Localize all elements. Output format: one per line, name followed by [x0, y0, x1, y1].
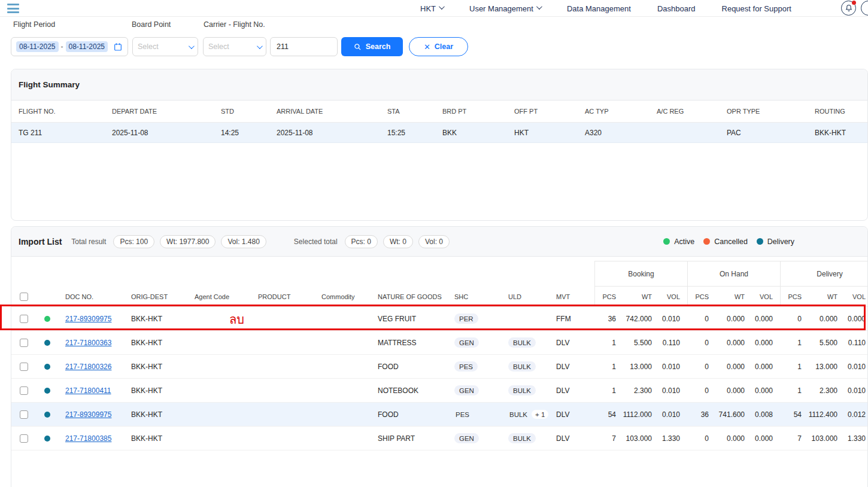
- notification-badge: [852, 1, 856, 5]
- flight-summary-title: Flight Summary: [19, 80, 80, 89]
- delivery-vol-value: 0.010: [845, 386, 868, 395]
- page: { "colors": { "primary": "#1677ff", "act…: [0, 0, 868, 487]
- shc-badge: GEN: [454, 433, 479, 443]
- ac-typ-value: A320: [578, 123, 650, 142]
- column-header-row: DOC NO. ORIG-DEST Agent Code PRODUCT Com…: [11, 287, 867, 307]
- booking-vol-value: 0.010: [659, 315, 687, 323]
- nature-of-goods-value: VEG FRUIT: [371, 315, 450, 323]
- delivery-wt-value: 103.000: [809, 434, 845, 443]
- onhand-pcs-value: 0: [687, 315, 716, 323]
- booking-vol-value: 0.010: [659, 410, 687, 419]
- delivery-wt-value: 0.000: [809, 315, 845, 323]
- flight-summary-body: TG 211 2025-11-08 14:25 2025-11-08 15:25…: [11, 123, 867, 143]
- onhand-wt-value: 0.000: [716, 434, 752, 443]
- date-start-value: 08-11-2025: [16, 41, 59, 52]
- magnifier-icon: [354, 43, 362, 51]
- row-checkbox[interactable]: [20, 315, 28, 323]
- doc-no-link[interactable]: 217-71800385: [65, 434, 111, 443]
- col-onhand-wt: WT: [716, 293, 752, 300]
- row-checkbox[interactable]: [20, 339, 28, 347]
- arrival-date-value: 2025-11-08: [269, 123, 380, 142]
- nav-item-label: Request for Support: [722, 4, 791, 13]
- delivery-vol-value: 0.110: [845, 339, 868, 347]
- nav-item-label: Dashboard: [657, 4, 696, 13]
- calendar-icon[interactable]: [113, 42, 123, 51]
- nature-of-goods-value: MATTRESS: [371, 339, 450, 347]
- chevron-down-icon: [257, 43, 263, 49]
- flight-period-input[interactable]: 08-11-2025 - 08-11-2025: [11, 37, 128, 56]
- mvt-value: DLV: [551, 386, 594, 395]
- flight-summary-row[interactable]: TG 211 2025-11-08 14:25 2025-11-08 15:25…: [11, 123, 867, 143]
- col-onhand-vol: VOL: [752, 293, 780, 300]
- row-status-dot: [44, 316, 50, 322]
- shc-badge: GEN: [454, 385, 479, 395]
- orig-dest-value: BKK-HKT: [124, 434, 187, 443]
- notifications-button[interactable]: [841, 1, 856, 16]
- delivery-pcs-value: 54: [780, 410, 809, 419]
- onhand-wt-value: 0.000: [716, 363, 752, 371]
- nav-item[interactable]: Dashboard: [657, 4, 696, 13]
- onhand-pcs-value: 0: [687, 339, 716, 347]
- nav-item[interactable]: HKT: [420, 4, 443, 13]
- booking-vol-value: 0.010: [659, 363, 687, 371]
- nav-item[interactable]: Request for Support: [722, 4, 791, 13]
- nav-item[interactable]: User Management: [469, 4, 541, 13]
- shc-badge: PES: [454, 361, 478, 372]
- row-checkbox[interactable]: [20, 363, 28, 371]
- booking-pcs-value: 1: [594, 363, 623, 371]
- doc-no-link[interactable]: 217-71800411: [65, 386, 111, 395]
- shc-badge: PER: [454, 313, 478, 324]
- booking-pcs-value: 54: [594, 410, 623, 419]
- delivery-vol-value: 0.000: [845, 315, 868, 323]
- delivery-vol-value: 1.330: [845, 434, 868, 443]
- clear-button-label: Clear: [435, 42, 453, 51]
- uld-badge: BULK: [508, 337, 536, 348]
- col-booking-vol: VOL: [659, 293, 687, 300]
- carrier-select[interactable]: Select: [203, 37, 266, 56]
- import-row: 217-89309975 BKK-HKT FOOD PES BULK + 1 D…: [11, 403, 867, 427]
- col-shc: SHC: [450, 293, 503, 300]
- carrier-placeholder: Select: [208, 42, 229, 51]
- brd-pt-value: BKK: [435, 123, 507, 142]
- selected-pcs-chip: Pcs: 0: [345, 235, 378, 248]
- col-off-pt: OFF PT: [507, 101, 578, 122]
- shc-badge: PES: [454, 409, 471, 419]
- orig-dest-value: BKK-HKT: [124, 339, 187, 347]
- row-checkbox[interactable]: [20, 386, 28, 395]
- select-all-checkbox[interactable]: [20, 293, 28, 301]
- import-row: 217-89309975 BKK-HKT VEG FRUIT PER FFM 3…: [11, 307, 867, 331]
- nav-item[interactable]: Data Management: [567, 4, 631, 13]
- user-avatar-button[interactable]: [861, 1, 868, 16]
- legend-dot: [703, 238, 710, 245]
- uld-badge: BULK: [508, 385, 536, 395]
- top-nav: HKT User Management Data Management Dash…: [0, 0, 868, 17]
- status-legend: Active Cancelled Delivery: [663, 238, 794, 246]
- delivery-pcs-value: 7: [780, 434, 809, 443]
- delivery-vol-value: 0.010: [845, 363, 868, 371]
- board-point-select[interactable]: Select: [132, 37, 198, 56]
- doc-no-link[interactable]: 217-71800326: [65, 363, 111, 371]
- col-opr-type: OPR TYPE: [720, 101, 808, 122]
- opr-type-value: PAC: [720, 123, 808, 142]
- doc-no-link[interactable]: 217-89309975: [65, 410, 111, 419]
- shc-badge: GEN: [454, 337, 479, 348]
- legend-label: Delivery: [767, 238, 794, 246]
- col-sta: STA: [380, 101, 435, 122]
- onhand-vol-value: 0.000: [752, 339, 780, 347]
- flight-no-input[interactable]: [270, 37, 338, 56]
- booking-vol-value: 1.330: [659, 434, 687, 443]
- search-button-label: Search: [366, 42, 391, 51]
- row-checkbox[interactable]: [20, 434, 28, 443]
- row-checkbox[interactable]: [20, 410, 28, 419]
- clear-button[interactable]: ✕ Clear: [409, 37, 468, 56]
- menu-icon[interactable]: [7, 4, 19, 13]
- board-point-placeholder: Select: [138, 42, 159, 51]
- col-onhand-pcs: PCS: [687, 287, 716, 307]
- doc-no-link[interactable]: 217-89309975: [65, 315, 111, 323]
- carrier-flight-no-label: Carrier - Flight No.: [204, 20, 265, 29]
- doc-no-link[interactable]: 217-71800363: [65, 339, 111, 347]
- depart-date-value: 2025-11-08: [105, 123, 214, 142]
- delivery-pcs-value: 1: [780, 339, 809, 347]
- booking-wt-value: 103.000: [623, 434, 659, 443]
- search-button[interactable]: Search: [341, 37, 403, 56]
